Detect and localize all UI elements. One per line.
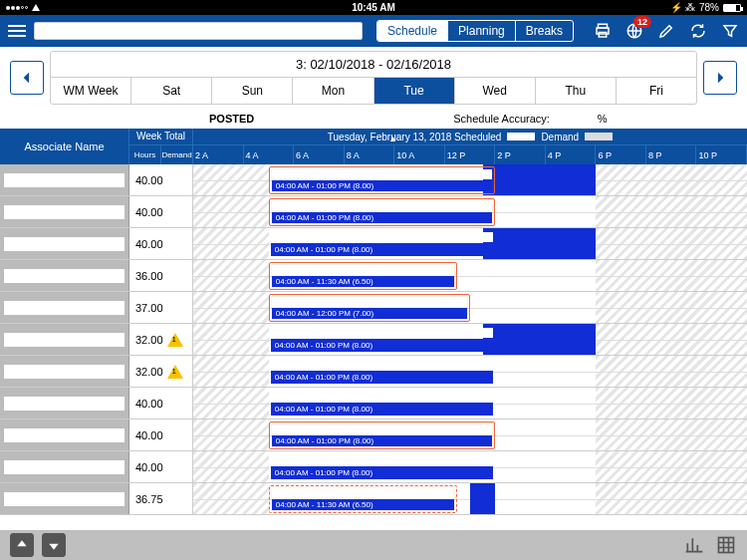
next-week-button[interactable] [703,61,737,95]
timeline-cell[interactable]: 04:00 AM - 01:00 PM (8.00) [193,228,747,259]
associate-name-cell [0,324,129,355]
timeline-cell[interactable]: 04:00 AM - 01:00 PM (8.00) [193,388,747,419]
week-hours-cell: 37.00 [129,292,193,323]
week-hours-cell: 36.00 [129,260,193,291]
timeline-cell[interactable]: 04:00 AM - 01:00 PM (8.00) [193,451,747,482]
tab-schedule[interactable]: Schedule [377,21,448,41]
tab-breaks[interactable]: Breaks [516,21,573,41]
battery-icon [723,4,741,12]
col-hours: Hours [129,144,161,164]
shift-bar[interactable]: 04:00 AM - 11:30 AM (6.50) [269,485,458,513]
posted-label: POSTED [209,113,254,125]
battery-pct: 78% [699,2,719,13]
status-time: 10:45 AM [352,2,395,13]
shift-label: 04:00 AM - 01:00 PM (8.00) [271,339,493,352]
demand-band [470,483,495,514]
status-row: POSTED Schedule Accuracy: % [0,109,747,129]
day-wm-week[interactable]: WM Week [51,78,131,104]
table-row[interactable]: 36.7504:00 AM - 11:30 AM (6.50) [0,483,747,515]
wifi-icon [32,4,40,11]
menu-icon[interactable] [8,25,26,37]
shift-bar[interactable]: 04:00 AM - 01:00 PM (8.00) [269,358,495,386]
table-row[interactable]: 32.0004:00 AM - 01:00 PM (8.00) [0,356,747,388]
table-row[interactable]: 37.0004:00 AM - 12:00 PM (7.00) [0,292,747,324]
associate-name-cell [0,260,129,291]
shift-bar[interactable]: 04:00 AM - 01:00 PM (8.00) [269,166,495,194]
warning-icon[interactable] [167,365,183,379]
sort-icon[interactable]: ▴ [390,133,395,143]
tab-planning[interactable]: Planning [448,21,516,41]
sync-icon[interactable] [689,22,707,40]
associate-name-cell [0,292,129,323]
shift-bar[interactable]: 04:00 AM - 01:00 PM (8.00) [269,453,495,481]
shift-label: 04:00 AM - 11:30 AM (6.50) [272,499,455,510]
associate-name-cell [0,483,129,514]
table-row[interactable]: 32.0004:00 AM - 01:00 PM (8.00) [0,324,747,356]
week-hours-cell: 40.00 [129,451,193,482]
globe-icon[interactable]: 12 [625,22,643,40]
search-input[interactable] [34,22,363,40]
day-sun[interactable]: Sun [212,78,293,104]
col-associate: Associate Name [0,129,129,164]
day-tue[interactable]: Tue [374,78,455,104]
timeline-cell[interactable]: 04:00 AM - 01:00 PM (8.00) [193,420,747,450]
timeline-cell[interactable]: 04:00 AM - 11:30 AM (6.50) [193,483,747,514]
prev-week-button[interactable] [10,61,44,95]
hour-tick: 4 P [546,145,597,164]
table-row[interactable]: 40.0004:00 AM - 01:00 PM (8.00) [0,164,747,196]
table-row[interactable]: 40.0004:00 AM - 01:00 PM (8.00) [0,388,747,420]
toolbar: Schedule Planning Breaks 12 [0,15,747,47]
associate-name-cell [0,164,129,195]
shift-bar[interactable]: 04:00 AM - 11:30 AM (6.50) [269,262,458,290]
timeline-cell[interactable]: 04:00 AM - 11:30 AM (6.50) [193,260,747,291]
move-down-button[interactable] [42,533,66,557]
timeline-cell[interactable]: 04:00 AM - 01:00 PM (8.00) [193,324,747,355]
timeline-cell[interactable]: 04:00 AM - 01:00 PM (8.00) [193,356,747,387]
table-row[interactable]: 40.0004:00 AM - 01:00 PM (8.00) [0,228,747,260]
table-row[interactable]: 40.0004:00 AM - 01:00 PM (8.00) [0,196,747,228]
filter-icon[interactable] [721,22,739,40]
shift-bar[interactable]: 04:00 AM - 01:00 PM (8.00) [269,198,495,226]
hour-tick: 12 P [445,145,496,164]
accuracy-label: Schedule Accuracy: [453,113,550,125]
associate-name-cell [0,451,129,482]
col-week-total: Week Total [129,129,192,144]
associate-name-cell [0,196,129,227]
hour-tick: 8 A [345,145,395,164]
associate-name-cell [0,356,129,387]
pencil-icon[interactable] [657,22,675,40]
shift-bar[interactable]: 04:00 AM - 01:00 PM (8.00) [269,230,495,258]
shift-label: 04:00 AM - 01:00 PM (8.00) [271,371,493,384]
schedule-grid[interactable]: 40.0004:00 AM - 01:00 PM (8.00)40.0004:0… [0,164,747,531]
timeline-cell[interactable]: 04:00 AM - 12:00 PM (7.00) [193,292,747,323]
day-thu[interactable]: Thu [536,78,617,104]
legend-demand: Demand [541,132,579,142]
move-up-button[interactable] [10,533,34,557]
day-mon[interactable]: Mon [293,78,374,104]
day-sat[interactable]: Sat [131,78,212,104]
day-fri[interactable]: Fri [617,78,696,104]
demand-band [483,164,597,195]
day-wed[interactable]: Wed [455,78,536,104]
hour-tick: 2 P [495,145,546,164]
demand-band [483,228,597,259]
shift-bar[interactable]: 04:00 AM - 01:00 PM (8.00) [269,390,495,418]
table-icon[interactable] [715,534,737,556]
accuracy-value: % [598,113,608,125]
warning-icon[interactable] [167,333,183,347]
table-row[interactable]: 40.0004:00 AM - 01:00 PM (8.00) [0,451,747,483]
table-row[interactable]: 40.0004:00 AM - 01:00 PM (8.00) [0,420,747,451]
week-hours-cell: 32.00 [129,356,193,387]
table-row[interactable]: 36.0004:00 AM - 11:30 AM (6.50) [0,260,747,292]
timeline-cell[interactable]: 04:00 AM - 01:00 PM (8.00) [193,196,747,227]
shift-bar[interactable]: 04:00 AM - 01:00 PM (8.00) [269,421,495,449]
shift-bar[interactable]: 04:00 AM - 01:00 PM (8.00) [269,326,495,354]
shift-bar[interactable]: 04:00 AM - 12:00 PM (7.00) [269,294,470,322]
bar-chart-icon[interactable] [683,534,705,556]
print-icon[interactable] [594,22,612,40]
date-range[interactable]: 3: 02/10/2018 - 02/16/2018 [51,52,696,78]
shift-label: 04:00 AM - 01:00 PM (8.00) [272,180,492,191]
schedule-header: Associate Name Week Total HoursDemand ▴ … [0,129,747,164]
week-hours-cell: 36.75 [129,483,193,514]
timeline-cell[interactable]: 04:00 AM - 01:00 PM (8.00) [193,164,747,195]
